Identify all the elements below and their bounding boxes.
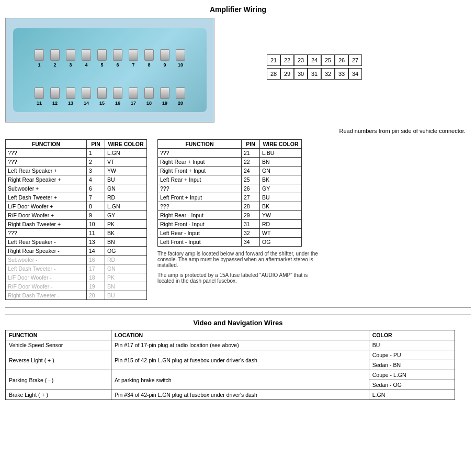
pin-num: 24 [308, 54, 321, 66]
nav-color-cell: Coupe - PU [369, 350, 455, 360]
left-color-cell: PK [105, 220, 147, 229]
left-color-cell: OG [105, 247, 147, 256]
left-table-row: ??? 11 BK [6, 229, 147, 238]
right-func-cell: Right Front + Input [158, 167, 242, 175]
left-table-row: Left Rear Speaker - 13 BN [6, 238, 147, 247]
pin-num: 23 [294, 54, 308, 66]
page-title: Amplifier Wiring [5, 5, 471, 14]
left-func-cell: R/F Door Woofer - [6, 282, 87, 291]
left-func-cell: Right Dash Tweeter - [6, 291, 87, 300]
pin-num: 27 [348, 54, 362, 66]
left-func-cell: Left Rear Speaker + [6, 167, 87, 175]
right-pin-cell: 31 [242, 220, 260, 229]
left-color-cell: GN [105, 264, 147, 273]
right-color-cell: BK [260, 202, 302, 211]
right-color-cell: YW [260, 211, 302, 220]
nav-col-location: LOCATION [111, 330, 369, 340]
connector-image: 1 2 3 4 5 6 7 8 9 10 11 [5, 18, 214, 123]
left-color-cell: BU [105, 175, 147, 184]
left-func-cell: Left Dash Tweeter + [6, 193, 87, 202]
right-func-cell: Left Rear + Input [158, 175, 242, 184]
right-table-row: Right Rear + Input 22 BN [158, 158, 302, 167]
left-table-row: L/F Door Woofer - 18 PK [6, 273, 147, 282]
left-pin-cell: 8 [87, 202, 105, 211]
right-color-cell: BK [260, 175, 302, 184]
right-func-cell: ??? [158, 202, 242, 211]
pin-num: 33 [335, 68, 348, 80]
left-color-cell: GN [105, 184, 147, 193]
note-2: The amp is protected by a 15A fuse label… [157, 272, 325, 284]
left-table-row: Left Dash Tweeter + 7 RD [6, 193, 147, 202]
left-pin-cell: 11 [87, 229, 105, 238]
left-color-cell: BN [105, 282, 147, 291]
right-col-pin: PIN [242, 140, 260, 149]
left-color-cell: L.GN [105, 202, 147, 211]
left-table-row: Right Dash Tweeter + 10 PK [6, 220, 147, 229]
left-table-row: ??? 2 VT [6, 158, 147, 167]
left-func-cell: Left Rear Speaker - [6, 238, 87, 247]
left-pin-cell: 7 [87, 193, 105, 202]
right-table-row: Left Front + Input 27 BU [158, 193, 302, 202]
pin-num: 32 [321, 68, 335, 80]
right-color-cell: GN [260, 167, 302, 175]
right-table-row: ??? 21 L.BU [158, 149, 302, 158]
left-func-cell: Right Rear Speaker + [6, 175, 87, 184]
left-table-row: L/F Door Woofer + 8 L.GN [6, 202, 147, 211]
left-color-cell: RD [105, 256, 147, 264]
right-pin-cell: 34 [242, 238, 260, 247]
left-color-cell: YW [105, 167, 147, 175]
left-color-cell: BK [105, 229, 147, 238]
left-pin-cell: 9 [87, 211, 105, 220]
left-pin-cell: 18 [87, 273, 105, 282]
pin-num: 29 [280, 68, 294, 80]
right-color-cell: L.BU [260, 149, 302, 158]
nav-color-cell: Coupe - L.GN [369, 370, 455, 380]
right-table-row: Left Front - Input 34 OG [158, 238, 302, 247]
right-wiring-table: FUNCTION PIN WIRE COLOR ??? 21 L.BURight… [157, 139, 471, 247]
left-func-cell: L/F Door Woofer - [6, 273, 87, 282]
left-func-cell: ??? [6, 229, 87, 238]
left-pin-cell: 4 [87, 175, 105, 184]
left-pin-cell: 13 [87, 238, 105, 247]
right-col-color: WIRE COLOR [260, 140, 302, 149]
left-func-cell: Right Dash Tweeter + [6, 220, 87, 229]
right-pin-cell: 32 [242, 229, 260, 238]
pin-num: 34 [348, 68, 362, 80]
right-func-cell: Right Rear - Input [158, 211, 242, 220]
left-func-cell: ??? [6, 149, 87, 158]
left-table-row: Subwoofer + 6 GN [6, 184, 147, 193]
left-table-row: Right Rear Speaker + 4 BU [6, 175, 147, 184]
right-color-cell: BN [260, 158, 302, 167]
right-table-row: Right Front + Input 24 GN [158, 167, 302, 175]
pin-num: 21 [267, 54, 280, 66]
right-table-row: Right Rear - Input 29 YW [158, 211, 302, 220]
left-table-row: R/F Door Woofer - 19 BN [6, 282, 147, 291]
pin-num: 26 [335, 54, 348, 66]
left-pin-cell: 2 [87, 158, 105, 167]
right-color-cell: OG [260, 238, 302, 247]
left-table-row: ??? 1 L.GN [6, 149, 147, 158]
right-func-cell: Right Rear + Input [158, 158, 242, 167]
left-table-row: R/F Door Woofer + 9 GY [6, 211, 147, 220]
right-color-cell: GY [260, 184, 302, 193]
right-pin-cell: 24 [242, 167, 260, 175]
nav-location-cell: At parking brake switch [111, 370, 369, 390]
left-color-cell: BN [105, 238, 147, 247]
right-table-row: Left Rear + Input 25 BK [158, 175, 302, 184]
nav-section-title: Video and Navigation Wires [5, 319, 471, 327]
nav-table-row: Reverse Light ( + ) Pin #15 of 42-pin L.… [6, 350, 455, 360]
pin-num: 31 [308, 68, 321, 80]
left-col-pin: PIN [87, 140, 105, 149]
left-table-row: Left Dash Tweeter - 17 GN [6, 264, 147, 273]
read-note: Read numbers from pin side of vehicle co… [339, 128, 466, 134]
right-func-cell: Left Rear - Input [158, 229, 242, 238]
right-table-row: Left Rear - Input 32 WT [158, 229, 302, 238]
nav-table-row: Brake Light ( + ) Pin #34 of 42-pin L.GN… [6, 390, 455, 400]
nav-col-color: COLOR [369, 330, 455, 340]
right-color-cell: BU [260, 193, 302, 202]
left-func-cell: R/F Door Woofer + [6, 211, 87, 220]
nav-location-cell: Pin #34 of 42-pin L.GN plug at fusebox u… [111, 390, 369, 400]
right-color-cell: WT [260, 229, 302, 238]
right-func-cell: ??? [158, 149, 242, 158]
right-pin-cell: 22 [242, 158, 260, 167]
